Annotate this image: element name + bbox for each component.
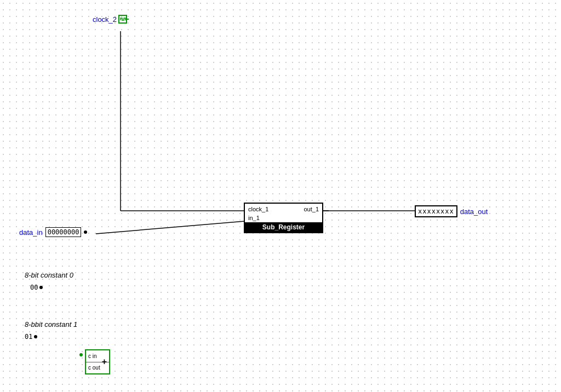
clock2-icon bbox=[118, 15, 127, 24]
sub-register-out-port: out_1 bbox=[304, 206, 319, 212]
constant0-component: 8-bit constant 0 00 bbox=[25, 271, 73, 291]
constant1-component: 8-bbit constant 1 01 bbox=[25, 320, 77, 341]
adder-cout-label: c out bbox=[88, 365, 100, 371]
data-in-value: 00000000 bbox=[45, 227, 82, 237]
adder-cin-port-dot bbox=[79, 353, 83, 356]
adder-cin-label: c in bbox=[88, 353, 97, 359]
adder-plus-symbol: + bbox=[102, 357, 107, 367]
sub-register-clock-port: clock_1 bbox=[248, 206, 268, 212]
clock2-component[interactable]: clock_2 bbox=[93, 15, 127, 24]
sub-register-in-port: in_1 bbox=[248, 215, 268, 221]
constant1-label: 8-bbit constant 1 bbox=[25, 320, 77, 328]
data-out-label: data_out bbox=[460, 207, 488, 216]
data-in-port-dot bbox=[84, 230, 87, 234]
data-in-component[interactable]: data_in 00000000 bbox=[19, 227, 87, 237]
constant0-port-dot bbox=[39, 286, 43, 289]
svg-line-2 bbox=[96, 221, 245, 234]
constant0-value: 00 bbox=[30, 284, 38, 291]
sub-register-block[interactable]: clock_1 in_1 out_1 Sub_Register bbox=[244, 203, 323, 233]
constant0-label: 8-bit constant 0 bbox=[25, 271, 73, 279]
constant1-port-dot bbox=[34, 335, 37, 338]
data-in-label: data_in bbox=[19, 228, 43, 237]
adder-block[interactable]: c in c out + bbox=[85, 349, 110, 374]
constant1-value: 01 bbox=[25, 333, 32, 341]
data-out-value: xxxxxxxx bbox=[415, 205, 457, 217]
sub-register-title: Sub_Register bbox=[245, 222, 322, 232]
data-out-component[interactable]: xxxxxxxx data_out bbox=[415, 205, 488, 217]
clock2-label: clock_2 bbox=[93, 15, 117, 24]
